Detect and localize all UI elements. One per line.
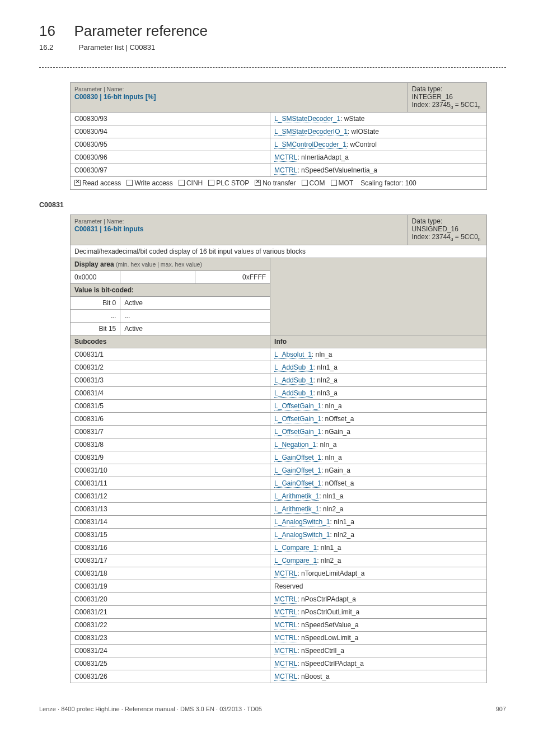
info-cell: MCTRL: nPosCtrlPAdapt_a bbox=[270, 592, 487, 605]
param-link[interactable]: L_OffsetGain_1 bbox=[274, 415, 321, 423]
checkbox-cinh-icon bbox=[179, 180, 185, 186]
chapter-title: Parameter reference bbox=[74, 22, 207, 39]
param-link[interactable]: L_AddSub_1 bbox=[274, 376, 313, 385]
info-cell: MCTRL: nSpeedSetValueInertia_a bbox=[270, 164, 487, 177]
subcodes-header: Subcodes bbox=[71, 335, 270, 348]
subcode-cell: C00831/9 bbox=[71, 451, 270, 464]
subcode-cell: C00831/18 bbox=[71, 567, 270, 580]
display-area-reserved bbox=[270, 258, 487, 335]
info-cell: L_OffsetGain_1: nIn_a bbox=[270, 399, 487, 412]
subcode-cell: C00831/19 bbox=[71, 580, 270, 592]
param-link[interactable]: MCTRL bbox=[274, 621, 297, 629]
subcode-cell: C00830/93 bbox=[71, 113, 270, 125]
param-link[interactable]: L_OffsetGain_1 bbox=[274, 428, 321, 436]
info-cell: L_Arithmetik_1: nIn1_a bbox=[270, 489, 487, 502]
subcode-cell: C00831/7 bbox=[71, 425, 270, 438]
param-link[interactable]: L_GainOffset_1 bbox=[274, 479, 321, 488]
bit15-value: Active bbox=[120, 322, 270, 335]
subcode-cell: C00830/97 bbox=[71, 164, 270, 177]
param-link[interactable]: L_AnalogSwitch_1 bbox=[274, 518, 330, 526]
info-cell: L_Negation_1: nIn_a bbox=[270, 438, 487, 451]
info-cell: L_Arithmetik_1: nIn2_a bbox=[270, 502, 487, 515]
subcode-cell: C00831/12 bbox=[71, 489, 270, 502]
subcode-cell: C00831/11 bbox=[71, 477, 270, 489]
info-cell: MCTRL: nSpeedCtrlPAdapt_a bbox=[270, 657, 487, 670]
param-link[interactable]: MCTRL bbox=[274, 153, 297, 162]
subchapter-title: Parameter list | C00831 bbox=[79, 43, 155, 52]
meta-datatype: Data type: UNSIGNED_16 bbox=[412, 217, 458, 233]
bit0-value: Active bbox=[120, 296, 270, 309]
param-link[interactable]: MCTRL bbox=[274, 634, 297, 642]
param-link[interactable]: L_Negation_1 bbox=[274, 441, 316, 449]
meta-index: Index: 23745d = 5CC1h bbox=[412, 101, 481, 109]
param-link[interactable]: L_Arithmetik_1 bbox=[274, 492, 319, 501]
param-meta-cell: Data type: UNSIGNED_16 Index: 23744d = 5… bbox=[407, 215, 486, 245]
param-link[interactable]: MCTRL bbox=[274, 608, 297, 617]
param-code: C00831 | 16-bit inputs bbox=[74, 225, 143, 233]
param-link[interactable]: L_Compare_1 bbox=[274, 544, 317, 552]
info-cell: L_AddSub_1: nIn1_a bbox=[270, 361, 487, 374]
info-cell: L_GainOffset_1: nGain_a bbox=[270, 464, 487, 477]
subcode-cell: C00831/15 bbox=[71, 528, 270, 541]
param-link[interactable]: MCTRL bbox=[274, 570, 297, 578]
param-label: Parameter | Name: bbox=[74, 218, 124, 225]
section-label-c00831: C00831 bbox=[39, 201, 506, 209]
param-link[interactable]: L_AddSub_1 bbox=[274, 363, 313, 372]
chapter-number: 16 bbox=[39, 22, 55, 40]
param-link[interactable]: MCTRL bbox=[274, 673, 297, 681]
info-cell: L_GainOffset_1: nIn_a bbox=[270, 451, 487, 464]
info-cell: L_SMControlDecoder_1: wControl bbox=[270, 138, 487, 151]
info-cell: L_AddSub_1: nIn3_a bbox=[270, 386, 487, 399]
meta-datatype: Data type: INTEGER_16 bbox=[412, 85, 453, 101]
param-link[interactable]: L_AnalogSwitch_1 bbox=[274, 531, 330, 539]
param-link[interactable]: MCTRL bbox=[274, 647, 297, 655]
subcode-cell: C00831/20 bbox=[71, 592, 270, 605]
param-link[interactable]: L_SMControlDecoder_1 bbox=[274, 141, 346, 149]
param-link[interactable]: L_GainOffset_1 bbox=[274, 454, 321, 462]
param-link[interactable]: L_SMStateDecoderIO_1 bbox=[274, 128, 348, 136]
subcode-cell: C00831/17 bbox=[71, 554, 270, 567]
info-cell: L_AddSub_1: nIn2_a bbox=[270, 374, 487, 386]
subcode-cell: C00831/26 bbox=[71, 670, 270, 683]
bit-dots-val: ... bbox=[120, 309, 270, 322]
param-link[interactable]: MCTRL bbox=[274, 595, 297, 604]
subcode-cell: C00831/8 bbox=[71, 438, 270, 451]
display-area-header: Display area (min. hex value | max. hex … bbox=[71, 258, 270, 270]
param-link[interactable]: MCTRL bbox=[274, 166, 297, 175]
subcode-cell: C00831/2 bbox=[71, 361, 270, 374]
param-meta-cell: Data type: INTEGER_16 Index: 23745d = 5C… bbox=[407, 83, 486, 113]
subcode-cell: C00831/14 bbox=[71, 515, 270, 528]
subcode-cell: C00831/10 bbox=[71, 464, 270, 477]
page-footer: Lenze · 8400 protec HighLine · Reference… bbox=[39, 706, 506, 712]
param-description: Decimal/hexadecimal/bit coded display of… bbox=[71, 245, 487, 258]
param-header-cell: Parameter | Name: C00830 | 16-bit inputs… bbox=[71, 83, 408, 113]
param-link[interactable]: L_OffsetGain_1 bbox=[274, 402, 321, 410]
hex-min: 0x0000 bbox=[71, 270, 120, 283]
param-link[interactable]: L_GainOffset_1 bbox=[274, 466, 321, 475]
checkbox-plcstop-icon bbox=[208, 180, 214, 186]
bit15-label: Bit 15 bbox=[71, 322, 120, 335]
info-cell: MCTRL: nInertiaAdapt_a bbox=[270, 151, 487, 164]
param-link[interactable]: L_Absolut_1 bbox=[274, 351, 312, 359]
subcode-cell: C00831/6 bbox=[71, 412, 270, 425]
checkbox-notransfer-icon bbox=[255, 180, 261, 186]
param-link[interactable]: L_SMStateDecoder_1 bbox=[274, 115, 340, 123]
subcode-cell: C00831/3 bbox=[71, 374, 270, 386]
divider bbox=[39, 67, 506, 68]
info-cell: L_AnalogSwitch_1: nIn2_a bbox=[270, 528, 487, 541]
param-link[interactable]: L_AddSub_1 bbox=[274, 389, 313, 398]
info-cell: L_SMStateDecoderIO_1: wIOState bbox=[270, 125, 487, 138]
info-cell: L_OffsetGain_1: nOffset_a bbox=[270, 412, 487, 425]
bitcoded-header: Value is bit-coded: bbox=[71, 283, 270, 296]
param-link[interactable]: L_Compare_1 bbox=[274, 557, 317, 565]
checkbox-write-icon bbox=[127, 180, 133, 186]
param-link[interactable]: L_Arithmetik_1 bbox=[274, 505, 319, 514]
info-cell: L_SMStateDecoder_1: wState bbox=[270, 113, 487, 125]
info-cell: MCTRL: nSpeedLowLimit_a bbox=[270, 631, 487, 644]
info-cell: MCTRL: nTorqueLimitAdapt_a bbox=[270, 567, 487, 580]
param-link[interactable]: MCTRL bbox=[274, 660, 297, 668]
param-label: Parameter | Name: bbox=[74, 86, 124, 92]
info-cell: Reserved bbox=[270, 580, 487, 592]
table-c00831: Parameter | Name: C00831 | 16-bit inputs… bbox=[70, 214, 487, 683]
subcode-cell: C00831/4 bbox=[71, 386, 270, 399]
